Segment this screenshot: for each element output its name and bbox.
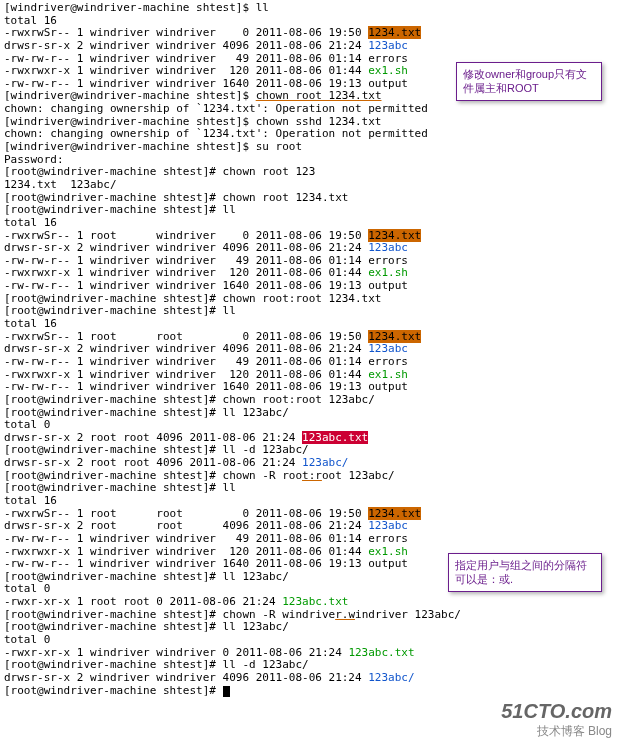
terminal-line: -rw-rw-r-- 1 windriver windriver 1640 20… — [4, 280, 616, 293]
terminal-line: [root@windriver-machine shtest]# ll — [4, 204, 616, 217]
terminal-line: -rwxr-xr-x 1 root root 0 2011-08-06 21:2… — [4, 596, 616, 609]
cursor — [223, 686, 230, 697]
terminal-line: [windriver@windriver-machine shtest]$ ll — [4, 2, 616, 15]
terminal-line: [root@windriver-machine shtest]# ll 123a… — [4, 407, 616, 420]
terminal-line: [root@windriver-machine shtest]# chown r… — [4, 394, 616, 407]
terminal-line: [root@windriver-machine shtest]# ll 123a… — [4, 621, 616, 634]
terminal-line: drwsr-sr-x 2 windriver windriver 4096 20… — [4, 672, 616, 685]
terminal-output: [windriver@windriver-machine shtest]$ ll… — [0, 0, 620, 699]
terminal-line: drwsr-sr-x 2 windriver windriver 4096 20… — [4, 242, 616, 255]
brand-sub: 技术博客 Blog — [501, 723, 612, 740]
watermark: 51CTO.com 技术博客 Blog — [501, 700, 612, 740]
annotation-1: 修改owner和group只有文件属主和ROOT — [456, 62, 602, 101]
annotation-2: 指定用户与组之间的分隔符可以是：或. — [448, 553, 602, 592]
terminal-line: drwsr-sr-x 2 windriver windriver 4096 20… — [4, 40, 616, 53]
terminal-line: drwsr-sr-x 2 root root 4096 2011-08-06 2… — [4, 520, 616, 533]
terminal-line: -rw-rw-r-- 1 windriver windriver 49 2011… — [4, 533, 616, 546]
terminal-line: -rw-rw-r-- 1 windriver windriver 1640 20… — [4, 381, 616, 394]
terminal-line: 1234.txt 123abc/ — [4, 179, 616, 192]
terminal-line: total 0 — [4, 634, 616, 647]
terminal-line: chown: changing ownership of `1234.txt':… — [4, 103, 616, 116]
terminal-line: [root@windriver-machine shtest]# ll — [4, 482, 616, 495]
terminal-line: total 16 — [4, 495, 616, 508]
terminal-line: total 0 — [4, 419, 616, 432]
terminal-line: [windriver@windriver-machine shtest]$ su… — [4, 141, 616, 154]
terminal-line: [root@windriver-machine shtest]# — [4, 685, 616, 698]
terminal-line: [root@windriver-machine shtest]# ll — [4, 305, 616, 318]
brand-name: 51CTO.com — [501, 700, 612, 723]
terminal-line: total 16 — [4, 217, 616, 230]
terminal-line: total 16 — [4, 318, 616, 331]
terminal-line: -rw-rw-r-- 1 windriver windriver 49 2011… — [4, 356, 616, 369]
